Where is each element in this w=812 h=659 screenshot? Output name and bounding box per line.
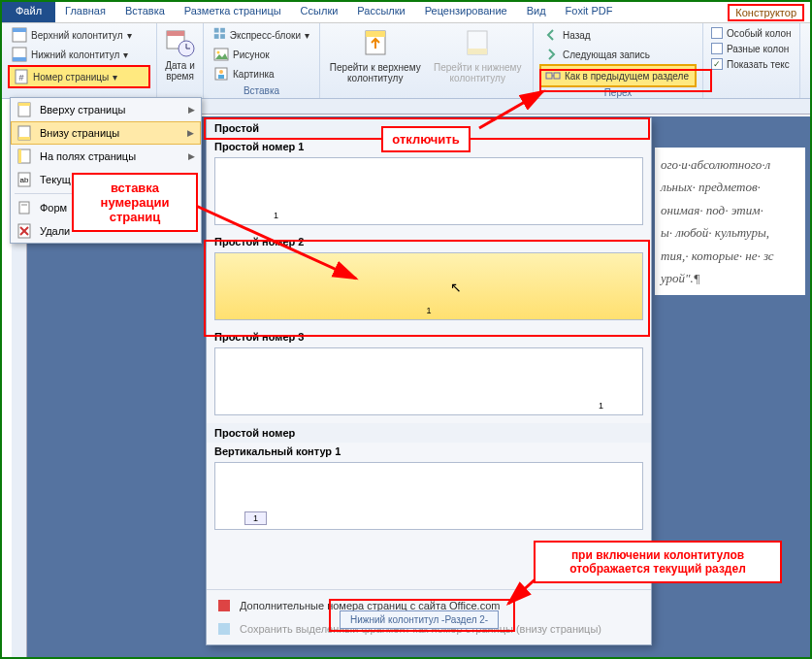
- chevron-right-icon: ▶: [188, 151, 195, 161]
- svg-rect-13: [214, 34, 219, 39]
- header-top-button[interactable]: Верхний колонтитул ▾: [8, 25, 150, 45]
- diff-headers-check[interactable]: Разные колон: [709, 41, 794, 56]
- next-icon: [543, 47, 559, 62]
- tab-insert[interactable]: Вставка: [115, 2, 175, 22]
- tab-view[interactable]: Вид: [517, 2, 556, 22]
- date-time-label: Дата и время: [163, 60, 197, 82]
- gallery-sample-1[interactable]: 1: [214, 157, 643, 225]
- special-header-check[interactable]: Особый колон: [709, 25, 794, 41]
- ribbon-tabs: Файл Главная Вставка Разметка страницы С…: [2, 2, 810, 23]
- header-bottom-button[interactable]: Нижний колонтитул ▾: [8, 45, 150, 64]
- page-bottom-icon: [16, 125, 32, 141]
- callout-insert-numbering: вставка нумерации страниц: [72, 173, 198, 232]
- gallery-group-simple-num: Простой номер: [207, 423, 651, 443]
- cursor-pos-icon: ab: [16, 172, 32, 187]
- clipart-icon: [213, 66, 229, 82]
- gallery-sample-vert[interactable]: 1: [214, 462, 643, 530]
- picture-icon: [213, 47, 229, 62]
- svg-rect-1: [13, 28, 26, 32]
- svg-text:ab: ab: [20, 176, 29, 184]
- blocks-icon: [213, 27, 226, 43]
- annotation-box: [539, 69, 712, 92]
- callout-footer-info: при включении колонтитулов отображается …: [534, 541, 782, 583]
- checkbox-checked-icon: ✓: [711, 58, 723, 70]
- goto-top-button[interactable]: Перейти к верхнему колонтитулу: [326, 25, 425, 83]
- svg-rect-19: [218, 75, 224, 79]
- clipart-button[interactable]: Картинка: [210, 64, 313, 83]
- svg-point-18: [219, 70, 223, 74]
- show-text-check[interactable]: ✓Показать текс: [709, 56, 794, 72]
- footer-icon: [12, 47, 27, 62]
- tab-layout[interactable]: Разметка страницы: [175, 2, 291, 22]
- gallery-sample-3[interactable]: 1: [214, 347, 643, 415]
- save-icon: [216, 621, 232, 637]
- svg-rect-11: [214, 28, 219, 33]
- tab-review[interactable]: Рецензирование: [415, 2, 517, 22]
- express-blocks-button[interactable]: Экспресс-блоки ▾: [210, 25, 313, 45]
- page-margin-icon: [16, 148, 32, 164]
- document-text: ого·и·абсолютного·л льных· предметов· он…: [655, 148, 805, 295]
- tab-home[interactable]: Главная: [55, 2, 115, 22]
- svg-rect-21: [366, 31, 385, 37]
- office-icon: [216, 598, 232, 613]
- svg-rect-35: [19, 202, 29, 214]
- chevron-right-icon: ▶: [187, 128, 194, 138]
- svg-rect-28: [18, 103, 30, 106]
- svg-rect-32: [18, 149, 21, 163]
- gallery-item-label: Вертикальный контур 1: [207, 443, 651, 460]
- date-time-icon[interactable]: [165, 27, 196, 58]
- back-icon: [543, 27, 559, 43]
- svg-rect-3: [13, 57, 26, 61]
- svg-rect-7: [167, 31, 184, 36]
- nav-back-button[interactable]: Назад: [539, 25, 697, 45]
- svg-rect-23: [468, 49, 487, 54]
- tab-file[interactable]: Файл: [2, 2, 55, 22]
- goto-bottom-button: Перейти к нижнему колонтитулу: [429, 25, 528, 83]
- svg-point-16: [217, 51, 220, 54]
- picture-button[interactable]: Рисунок: [210, 45, 313, 64]
- tab-foxit[interactable]: Foxit PDF: [556, 2, 623, 22]
- svg-rect-30: [18, 137, 30, 140]
- menu-margins[interactable]: На полях страницы▶: [11, 145, 201, 168]
- menu-top-of-page[interactable]: Вверху страницы▶: [11, 98, 201, 121]
- goto-bottom-icon: [462, 27, 493, 58]
- annotation-box: [204, 240, 650, 337]
- svg-text:#: #: [18, 73, 23, 82]
- header-icon: [12, 27, 27, 43]
- format-icon: [16, 200, 32, 215]
- goto-top-icon: [360, 27, 391, 58]
- checkbox-icon: [711, 43, 723, 54]
- tab-designer[interactable]: Конструктор: [728, 4, 804, 21]
- page-top-icon: [16, 102, 32, 117]
- svg-rect-12: [220, 28, 225, 33]
- remove-icon: [16, 223, 32, 239]
- svg-rect-14: [220, 34, 225, 39]
- svg-rect-40: [218, 600, 230, 611]
- tab-refs[interactable]: Ссылки: [291, 2, 348, 22]
- menu-bottom-of-page[interactable]: Внизу страницы▶: [11, 121, 201, 145]
- page-number-icon: #: [14, 69, 29, 84]
- tab-mail[interactable]: Рассылки: [347, 2, 414, 22]
- page-number-button[interactable]: #Номер страницы ▾: [8, 65, 150, 88]
- callout-disable: отключить: [381, 126, 471, 152]
- checkbox-icon: [711, 27, 723, 39]
- chevron-right-icon: ▶: [188, 105, 195, 115]
- nav-next-button[interactable]: Следующая запись: [539, 45, 697, 64]
- svg-rect-41: [218, 623, 230, 635]
- annotation-box: [329, 599, 515, 632]
